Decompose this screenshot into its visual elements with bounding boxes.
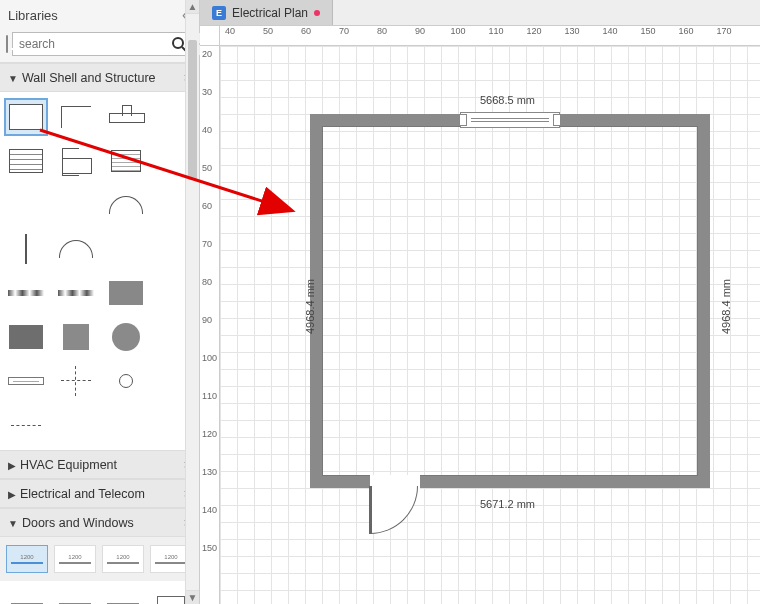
shape-dotted[interactable] bbox=[6, 408, 46, 442]
ruler-tick: 110 bbox=[488, 26, 503, 36]
section-label: Doors and Windows bbox=[22, 516, 134, 530]
ruler-tick: 70 bbox=[202, 239, 212, 249]
scroll-up-icon[interactable]: ▲ bbox=[186, 0, 199, 14]
door-panel[interactable] bbox=[369, 486, 372, 534]
chevron-right-icon: ▶ bbox=[8, 460, 16, 471]
canvas-area: E Electrical Plan 4050607080901001101201… bbox=[200, 0, 760, 604]
sidebar-scrollbar[interactable]: ▲ ▼ bbox=[185, 0, 199, 604]
ruler-tick: 70 bbox=[339, 26, 349, 36]
drawing-canvas[interactable]: 5668.5 mm 5671.2 mm 4968.4 mm 4968.4 mm bbox=[220, 46, 760, 604]
door-shape-5[interactable] bbox=[6, 589, 48, 604]
shape-square-solid[interactable] bbox=[56, 320, 96, 354]
libraries-header: Libraries « bbox=[0, 0, 199, 30]
shape-dim: 1200 bbox=[164, 554, 177, 560]
ruler-tick: 170 bbox=[716, 26, 731, 36]
ruler-tick: 100 bbox=[202, 353, 217, 363]
chevron-down-icon: ▼ bbox=[8, 73, 18, 84]
section-hvac[interactable]: ▶HVAC Equipment × bbox=[0, 450, 199, 479]
library-sidebar: Libraries « ⌃ ⌄ ▼Wall Shell and Structur… bbox=[0, 0, 200, 604]
document-tab-bar: E Electrical Plan bbox=[200, 0, 760, 26]
search-input[interactable] bbox=[17, 36, 171, 52]
svg-point-0 bbox=[173, 38, 183, 48]
section-label: Electrical and Telecom bbox=[20, 487, 145, 501]
ruler-tick: 90 bbox=[202, 315, 212, 325]
doors-row-2 bbox=[0, 581, 199, 604]
dimension-left: 4968.4 mm bbox=[304, 279, 316, 334]
doors-row-1: 1200 1200 1200 1200 bbox=[0, 537, 199, 581]
ruler-tick: 120 bbox=[526, 26, 541, 36]
ruler-tick: 140 bbox=[202, 505, 217, 515]
ruler-tick: 30 bbox=[202, 87, 212, 97]
dimension-right: 4968.4 mm bbox=[720, 279, 732, 334]
shape-l-shape[interactable] bbox=[56, 144, 96, 178]
document-tab[interactable]: E Electrical Plan bbox=[200, 0, 333, 25]
ruler-tick: 80 bbox=[377, 26, 387, 36]
door-shape-6[interactable] bbox=[54, 589, 96, 604]
shape-wavy2[interactable] bbox=[56, 276, 96, 310]
ruler-corner bbox=[200, 26, 220, 46]
dimension-top: 5668.5 mm bbox=[480, 94, 535, 106]
ruler-tick: 150 bbox=[202, 543, 217, 553]
shape-slab2[interactable] bbox=[6, 320, 46, 354]
ruler-tick: 130 bbox=[564, 26, 579, 36]
ruler-tick: 120 bbox=[202, 429, 217, 439]
door-shape-7[interactable] bbox=[102, 589, 144, 604]
document-icon: E bbox=[212, 6, 226, 20]
ruler-tick: 130 bbox=[202, 467, 217, 477]
shape-wall-line[interactable] bbox=[6, 232, 46, 266]
shape-blank2[interactable] bbox=[56, 188, 96, 222]
door-swing-arc[interactable] bbox=[370, 486, 418, 534]
shape-dim: 1200 bbox=[68, 554, 81, 560]
shape-blank3[interactable] bbox=[106, 232, 146, 266]
shape-siding[interactable] bbox=[6, 144, 46, 178]
ruler-tick: 160 bbox=[678, 26, 693, 36]
vertical-ruler[interactable]: 2030405060708090100110120130140150 bbox=[200, 46, 220, 604]
door-shape-1[interactable]: 1200 bbox=[6, 545, 48, 573]
room-outline[interactable]: 5668.5 mm 5671.2 mm 4968.4 mm 4968.4 mm bbox=[310, 114, 710, 488]
libraries-title: Libraries bbox=[8, 8, 58, 23]
chevron-right-icon: ▶ bbox=[8, 489, 16, 500]
ruler-tick: 60 bbox=[202, 201, 212, 211]
shape-rect-room[interactable] bbox=[6, 100, 46, 134]
shape-dim: 1200 bbox=[20, 554, 33, 560]
ruler-tick: 100 bbox=[450, 26, 465, 36]
library-search-box[interactable] bbox=[12, 32, 192, 56]
section-doors-windows[interactable]: ▼Doors and Windows × bbox=[0, 508, 199, 537]
door-shape-3[interactable]: 1200 bbox=[102, 545, 144, 573]
shape-small-circle[interactable] bbox=[106, 364, 146, 398]
door-shape-2[interactable]: 1200 bbox=[54, 545, 96, 573]
section-wall-shell[interactable]: ▼Wall Shell and Structure × bbox=[0, 63, 199, 92]
ruler-tick: 40 bbox=[225, 26, 235, 36]
document-title: Electrical Plan bbox=[232, 6, 308, 20]
section-electrical[interactable]: ▶Electrical and Telecom × bbox=[0, 479, 199, 508]
chevron-down-icon: ▼ bbox=[8, 518, 18, 529]
window-top[interactable] bbox=[460, 112, 560, 128]
ruler-tick: 40 bbox=[202, 125, 212, 135]
shape-crosshair[interactable] bbox=[56, 364, 96, 398]
library-menu-button[interactable] bbox=[6, 35, 8, 53]
shape-circle-solid[interactable] bbox=[106, 320, 146, 354]
horizontal-ruler[interactable]: 405060708090100110120130140150160170 bbox=[220, 26, 760, 46]
ruler-tick: 80 bbox=[202, 277, 212, 287]
room-interior bbox=[322, 126, 698, 476]
wall-right[interactable] bbox=[698, 114, 710, 488]
shape-t-room[interactable] bbox=[106, 100, 146, 134]
ruler-tick: 50 bbox=[263, 26, 273, 36]
shape-l-room[interactable] bbox=[56, 100, 96, 134]
section-label: Wall Shell and Structure bbox=[22, 71, 156, 85]
shape-wavy1[interactable] bbox=[6, 276, 46, 310]
ruler-tick: 50 bbox=[202, 163, 212, 173]
shape-slot[interactable] bbox=[6, 364, 46, 398]
shape-stairs[interactable] bbox=[106, 144, 146, 178]
shape-arc1[interactable] bbox=[106, 188, 146, 222]
shape-arc2[interactable] bbox=[56, 232, 96, 266]
shape-blank1[interactable] bbox=[6, 188, 46, 222]
section-label: HVAC Equipment bbox=[20, 458, 117, 472]
ruler-tick: 140 bbox=[602, 26, 617, 36]
ruler-tick: 90 bbox=[415, 26, 425, 36]
ruler-tick: 20 bbox=[202, 49, 212, 59]
shape-slab1[interactable] bbox=[106, 276, 146, 310]
scroll-thumb[interactable] bbox=[188, 40, 197, 180]
shape-dim: 1200 bbox=[116, 554, 129, 560]
scroll-down-icon[interactable]: ▼ bbox=[186, 590, 199, 604]
